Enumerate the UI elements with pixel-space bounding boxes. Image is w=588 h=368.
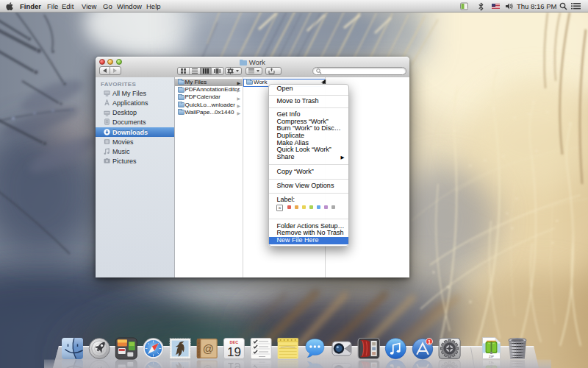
svg-text:19: 19 [227,345,241,359]
svg-text:ZIP: ZIP [489,355,494,358]
svg-text:DEC: DEC [230,340,239,344]
svg-text:@: @ [203,342,214,355]
svg-text:1: 1 [428,339,431,344]
